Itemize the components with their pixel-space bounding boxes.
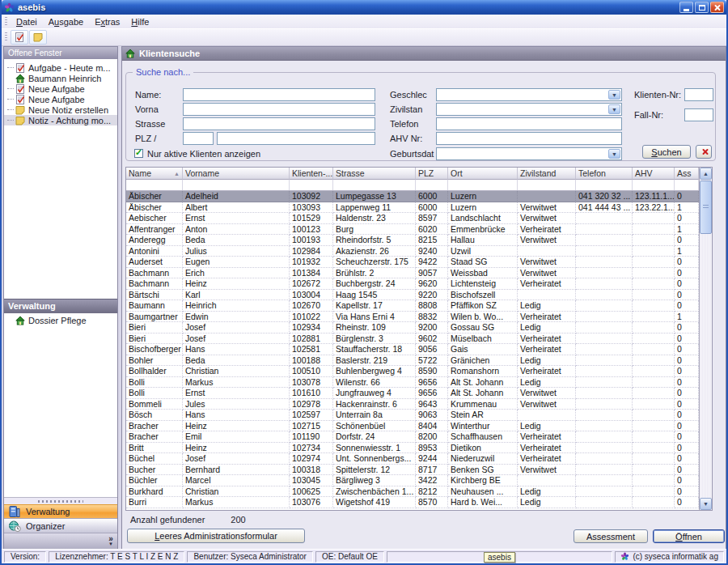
menu-item-extras[interactable]: Extras [89, 15, 125, 28]
nav-button-organizer[interactable]: Organizer [4, 519, 117, 533]
filter-cell[interactable] [416, 180, 448, 190]
table-row[interactable]: BieriJosef102881Bürglenstr. 39602Müselba… [126, 333, 699, 345]
empty-admin-form-button[interactable]: Leeres Administrationsformular [127, 529, 305, 543]
name-input[interactable] [183, 88, 375, 101]
table-row[interactable]: ÄbischerAlbert103093Lappenweg 116000Luze… [126, 202, 699, 214]
menu-item-hilfe[interactable]: Hilfe [125, 15, 154, 28]
table-row[interactable]: BärtschiKarl103004Haag 15459220Bischofsz… [126, 290, 699, 301]
table-row[interactable]: BollhalderChristian100510Buhlenbergweg 4… [126, 366, 699, 377]
column-header-strasse[interactable]: Strasse [333, 168, 416, 180]
table-row[interactable]: AffentrangerAnton100123Burg6020Emmenbrüc… [126, 224, 699, 236]
table-row[interactable]: BachmannErich101384Brühlstr. 29057Weissb… [126, 268, 699, 279]
zivilstand-combo[interactable]: ▼ [436, 103, 622, 116]
filter-cell[interactable] [633, 180, 675, 190]
table-row[interactable]: BommeliJules102978Hackenrainstr. 69643Kr… [126, 399, 699, 410]
close-button[interactable] [710, 2, 724, 13]
sidebar-item[interactable]: Dossier Pflege [4, 315, 117, 325]
scroll-up-icon[interactable]: ▲ [700, 168, 712, 180]
sidebar-item[interactable]: Aufgabe - Heute m... [4, 62, 117, 73]
chevron-down-icon[interactable]: ▼ [608, 104, 620, 114]
toolbar-grip[interactable] [5, 32, 7, 42]
sidebar-item[interactable]: Neue Aufgabe [4, 94, 117, 104]
vorname-input[interactable] [183, 103, 375, 116]
minimize-button[interactable] [679, 2, 693, 13]
fall-nr-input[interactable] [684, 108, 713, 121]
column-header-ass[interactable]: Ass [675, 168, 699, 180]
sidebar-item[interactable]: Neue Aufgabe [4, 83, 117, 94]
column-header-zivilstand[interactable]: Zivilstand [518, 168, 576, 180]
open-button[interactable]: Öffnen [653, 529, 725, 543]
table-row[interactable]: BracherEmil101190Dorfstr. 248200Schaffha… [126, 431, 699, 443]
sidebar-splitter[interactable] [4, 497, 117, 504]
filter-cell[interactable] [333, 180, 416, 190]
table-row[interactable]: BaumannHeinrich102670Kapellstr. 178808Pf… [126, 300, 699, 312]
table-row[interactable]: AntoniniJulius102984Akazienstr. 269240Uz… [126, 246, 699, 257]
chevron-down-icon[interactable]: ▼ [608, 149, 620, 159]
telefon-input[interactable] [436, 117, 622, 130]
table-row[interactable]: BrittHeinz102734Sonnenwiesstr. 18953Diet… [126, 443, 699, 454]
suchen-button[interactable]: Suchen [642, 145, 691, 159]
geschlecht-combo[interactable]: ▼ [436, 88, 622, 101]
table-row[interactable]: BolliErnst101610Jungfrauweg 49656Alt St.… [126, 388, 699, 399]
nav-button-verwaltung[interactable]: Verwaltung [4, 504, 117, 519]
plz-input[interactable] [183, 132, 214, 145]
column-header-telefon[interactable]: Telefon [576, 168, 633, 180]
column-header-klienten[interactable]: Klienten-... [290, 168, 333, 180]
assessment-button[interactable]: Assessment [574, 529, 648, 543]
scrollbar-thumb[interactable] [700, 181, 712, 234]
taskbar-item[interactable]: asebis [484, 552, 515, 563]
ahv-input[interactable] [436, 132, 622, 145]
table-row[interactable]: BucherBernhard100318Spittelerstr. 128717… [126, 465, 699, 476]
table-cell: Verwitwet [518, 213, 576, 224]
table-row[interactable]: BöschHans102597Unterrain 8a9063Stein AR0 [126, 410, 699, 421]
table-row[interactable]: BüchelJosef102974Unt. Sonnenbergs...9244… [126, 453, 699, 465]
table-row[interactable]: AndereggBeda100193Rheindorfstr. 58215Hal… [126, 235, 699, 246]
restore-button[interactable] [695, 2, 709, 13]
sidebar-item[interactable]: Neue Notiz erstellen [4, 104, 117, 115]
filter-cell[interactable] [183, 180, 290, 190]
table-row[interactable]: BurkhardChristian100625Zwischenbächen 1.… [126, 486, 699, 498]
clear-search-button[interactable] [696, 145, 712, 159]
table-row[interactable]: BieriJosef102934Rheinstr. 1099200Gossau … [126, 322, 699, 333]
titlebar[interactable]: asebis [2, 0, 726, 15]
filter-cell[interactable] [290, 180, 333, 190]
table-scrollbar[interactable]: ▲ ▼ [699, 168, 712, 510]
strasse-input[interactable] [183, 117, 375, 130]
chevron-down-icon[interactable]: ▼ [608, 90, 620, 100]
sidebar-item[interactable]: Notiz - Achtung mo... [4, 115, 117, 125]
table-row[interactable]: BurriMarkus103076Wigetshof 4198570Hard b… [126, 497, 699, 508]
configure-buttons-icon[interactable]: »▼ [108, 536, 113, 547]
table-row[interactable]: BolliMarkus103078Wilenstr. 669656Alt St.… [126, 377, 699, 389]
sidebar-item[interactable]: Baumann Heinrich [4, 73, 117, 83]
filter-cell[interactable] [675, 180, 699, 190]
filter-cell[interactable] [448, 180, 518, 190]
filter-cell[interactable] [576, 180, 633, 190]
ort-input[interactable] [217, 132, 375, 145]
menu-item-datei[interactable]: Datei [11, 15, 43, 28]
table-cell: Dorfstr. 24 [333, 431, 416, 443]
column-header-plz[interactable]: PLZ [416, 168, 448, 180]
table-row[interactable]: AebischerErnst101529Haldenstr. 238597Lan… [126, 213, 699, 224]
column-header-ort[interactable]: Ort [448, 168, 518, 180]
table-row[interactable]: BüchlerMarcel103045Bärgliweg 33422Kirchb… [126, 475, 699, 486]
column-header-ahv[interactable]: AHV [633, 168, 675, 180]
table-row[interactable]: BohlerBeda100188Baslerstr. 2195722Gränic… [126, 355, 699, 367]
menubar-grip[interactable] [5, 17, 7, 27]
table-row[interactable]: BracherHeinz102715Schönenbüel8404Wintert… [126, 421, 699, 432]
table-row[interactable]: BaumgartnerEdwin101022Via Hans Erni 4883… [126, 312, 699, 323]
table-row[interactable]: AudersetEugen101932Scheuchzerstr. 175942… [126, 257, 699, 268]
column-header-vorname[interactable]: Vorname [183, 168, 290, 180]
filter-cell[interactable] [518, 180, 576, 190]
toolbar-note-button[interactable] [29, 30, 47, 45]
scroll-down-icon[interactable]: ▼ [700, 498, 712, 510]
column-header-name[interactable]: Name▲ [126, 168, 183, 180]
table-row[interactable]: ÄbischerAdelheid103092Lumpegasse 136000L… [126, 191, 699, 202]
table-row[interactable]: BachmannHeinz102672Buchbergstr. 249620Li… [126, 278, 699, 290]
filter-cell[interactable] [126, 180, 183, 190]
geburtsdatum-combo[interactable]: ▼ [436, 147, 622, 160]
menu-item-ausgabe[interactable]: Ausgabe [43, 15, 89, 28]
klienten-nr-input[interactable] [684, 88, 713, 101]
active-only-checkbox[interactable] [134, 149, 143, 158]
toolbar-task-button[interactable] [11, 30, 28, 45]
table-row[interactable]: BischofbergerHans102581Stauffacherstr. 1… [126, 344, 699, 355]
